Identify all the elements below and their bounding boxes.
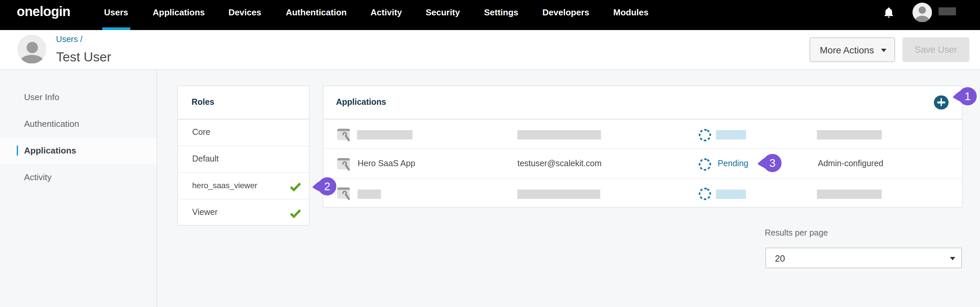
svg-text:3: 3 — [769, 157, 775, 169]
svg-text:1: 1 — [965, 90, 971, 103]
svg-text:2: 2 — [324, 180, 331, 193]
